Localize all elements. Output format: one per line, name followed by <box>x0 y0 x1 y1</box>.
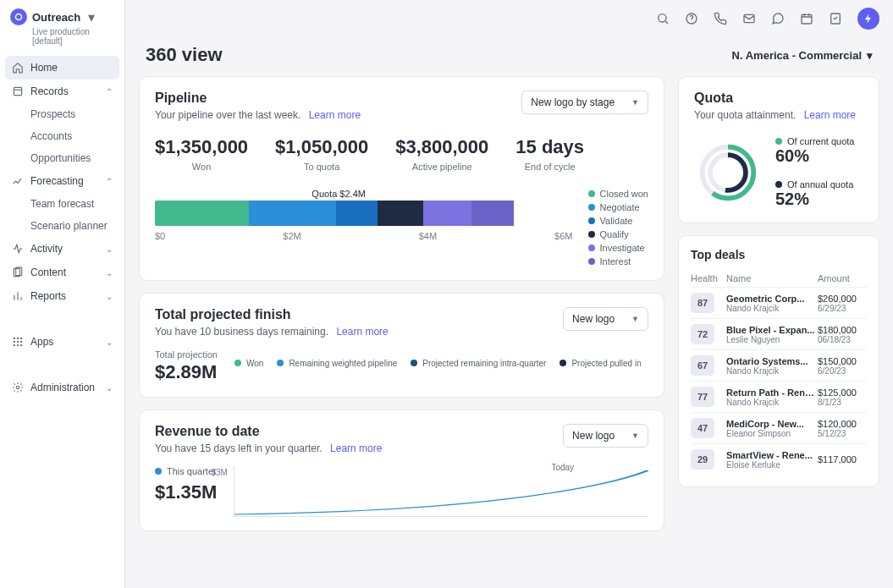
quota-marker-label: Quota $2.4M <box>311 189 366 199</box>
pipeline-segment <box>471 201 513 226</box>
sidebar-sub-opportunities[interactable]: Opportunities <box>5 147 119 169</box>
sidebar-item-admin[interactable]: Administration ⌄ <box>5 376 119 399</box>
legend-item: Remaining weighted pipeline <box>277 359 397 368</box>
pipeline-segment <box>336 201 378 226</box>
sidebar-item-content[interactable]: Content ⌄ <box>5 261 119 284</box>
phone-icon[interactable] <box>714 12 727 25</box>
quota-subtitle: Your quota attainment. <box>694 109 796 121</box>
deal-amount: $180,000 <box>818 325 867 335</box>
pipeline-segment <box>249 201 336 226</box>
legend-label: Investigate <box>600 243 645 253</box>
legend-item: Validate <box>588 216 648 226</box>
sidebar-label-content: Content <box>30 267 66 278</box>
td-header-amount: Amount <box>818 273 867 283</box>
sidebar-label-reports: Reports <box>30 290 66 302</box>
deal-owner: Eleanor Simpson <box>726 429 818 438</box>
deal-date: 6/29/23 <box>818 304 867 313</box>
legend-item: Qualify <box>588 229 648 239</box>
reports-icon <box>12 290 24 302</box>
brand-logo-icon <box>10 8 27 25</box>
projected-select[interactable]: New logo ▼ <box>563 307 648 331</box>
sidebar-item-forecasting[interactable]: Forecasting ⌃ <box>5 169 119 193</box>
svg-point-9 <box>20 341 22 343</box>
pipeline-chart: Quota $2.4M $0 $2M $4M $6M <box>155 189 573 267</box>
chevron-down-icon: ⌄ <box>106 383 113 393</box>
health-badge: 87 <box>691 293 714 313</box>
deal-amount: $120,000 <box>818 419 867 429</box>
deal-date: 06/18/23 <box>818 335 867 344</box>
table-row[interactable]: 77 Return Path - Rene...Nando Krajcik $1… <box>691 381 867 412</box>
deal-owner: Nando Krajcik <box>726 398 818 407</box>
legend-dot <box>588 217 595 224</box>
search-icon[interactable] <box>656 12 670 25</box>
chat-icon[interactable] <box>771 12 785 25</box>
pipeline-segment <box>155 201 249 226</box>
page-filter-dropdown[interactable]: N. America - Commercial ▾ <box>732 49 873 62</box>
sidebar-item-activity[interactable]: Activity ⌄ <box>5 237 119 261</box>
chevron-up-icon: ⌃ <box>106 177 113 186</box>
quota-annual-label: Of annual quota <box>787 179 853 190</box>
svg-point-0 <box>16 14 22 20</box>
sidebar-item-apps[interactable]: Apps ⌄ <box>5 330 119 354</box>
pipeline-title: Pipeline <box>155 91 361 106</box>
sidebar-item-home[interactable]: Home <box>5 56 119 80</box>
sidebar-item-reports[interactable]: Reports ⌄ <box>5 284 119 308</box>
quota-current-dot <box>775 138 782 145</box>
chevron-down-icon: ⌄ <box>106 268 113 278</box>
chevron-down-icon: ▼ <box>631 315 639 323</box>
pipeline-card: Pipeline Your pipeline over the last wee… <box>139 76 664 281</box>
legend-dot <box>560 360 566 366</box>
deal-owner: Nando Krajcik <box>726 366 818 376</box>
help-icon[interactable] <box>685 12 698 25</box>
pipeline-select-value: New logo by stage <box>531 96 615 108</box>
sidebar-item-records[interactable]: Records ⌃ <box>5 80 119 103</box>
sidebar-sub-teamforecast[interactable]: Team forecast <box>5 193 119 215</box>
legend-label: Projected pulled in <box>571 359 641 368</box>
revenue-ytick: $3M <box>211 468 227 477</box>
brand-block[interactable]: Outreach ▾ Live production [default] <box>0 0 124 52</box>
table-row[interactable]: 72 Blue Pixel - Expan...Leslie Nguyen $1… <box>691 318 867 349</box>
table-row[interactable]: 87 Geometric Corp...Nando Krajcik $260,0… <box>691 287 867 318</box>
projected-learn-link[interactable]: Learn more <box>336 326 388 338</box>
deal-name: Ontario Systems... <box>726 356 818 366</box>
chevron-down-icon[interactable]: ▾ <box>85 11 97 23</box>
projected-total-label: Total projection <box>155 349 218 360</box>
calendar-icon[interactable] <box>800 12 813 25</box>
apps-icon <box>12 336 24 348</box>
legend-dot <box>588 190 595 197</box>
deal-date: 8/1/23 <box>818 398 867 407</box>
legend-item: Closed won <box>588 189 648 199</box>
mail-icon[interactable] <box>742 12 756 25</box>
table-row[interactable]: 67 Ontario Systems...Nando Krajcik $150,… <box>691 349 867 381</box>
pipeline-learn-link[interactable]: Learn more <box>309 109 361 121</box>
deal-name: SmartView - Rene... <box>726 450 818 460</box>
legend-item: Interest <box>588 256 648 267</box>
legend-item: Negotiate <box>588 202 648 212</box>
sidebar-label-records: Records <box>30 85 69 97</box>
pipe-axis-3: $6M <box>554 231 572 241</box>
home-icon <box>12 62 24 74</box>
avatar[interactable] <box>857 8 879 30</box>
legend-dot <box>277 360 284 366</box>
task-icon[interactable] <box>829 12 842 25</box>
svg-point-8 <box>17 341 19 343</box>
legend-label: Projected remaining intra-quarter <box>422 359 546 368</box>
revenue-select[interactable]: New logo ▼ <box>563 424 648 448</box>
pipeline-select[interactable]: New logo by stage ▼ <box>521 91 648 114</box>
health-badge: 29 <box>691 449 714 470</box>
chevron-down-icon: ▼ <box>631 98 639 107</box>
quota-learn-link[interactable]: Learn more <box>804 109 856 121</box>
sidebar-sub-scenario[interactable]: Scenario planner <box>5 215 119 237</box>
projected-total-value: $2.89M <box>155 361 218 383</box>
sidebar: Outreach ▾ Live production [default] Hom… <box>0 0 125 588</box>
table-row[interactable]: 47 MediCorp - New...Eleanor Simpson $120… <box>691 412 867 443</box>
svg-point-14 <box>659 14 666 22</box>
sidebar-label-forecasting: Forecasting <box>30 175 84 187</box>
forecasting-icon <box>12 175 24 187</box>
quota-title: Quota <box>694 91 863 106</box>
table-row[interactable]: 29 SmartView - Rene...Eloise Kerluke $11… <box>691 443 867 475</box>
sidebar-sub-prospects[interactable]: Prospects <box>5 103 119 125</box>
chevron-down-icon: ▾ <box>867 49 873 62</box>
revenue-learn-link[interactable]: Learn more <box>330 442 382 454</box>
sidebar-sub-accounts[interactable]: Accounts <box>5 125 119 147</box>
